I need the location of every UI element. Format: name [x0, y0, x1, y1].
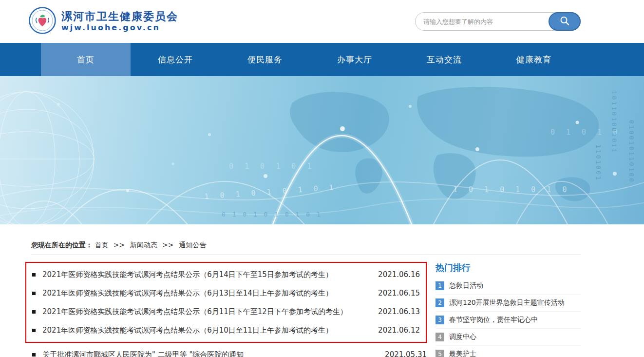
site-logo-text: 漯河市卫生健康委员会 wjw.luohe.gov.cn — [61, 10, 178, 33]
news-title[interactable]: 2021年医师资格实践技能考试漯河考点结果公示（6月11日下午至12日下午参加考… — [42, 307, 368, 317]
hero-banner: 1 0 1 0 1 0 1 0 1 0 1 0 1 0 1 1 0 1 0 1 … — [0, 76, 644, 224]
rank-badge: 5 — [436, 350, 444, 357]
hot-ranking-item[interactable]: 3 春节坚守岗位，责任牢记心中 — [436, 312, 581, 329]
news-title[interactable]: 2021年医师资格实践技能考试漯河考点结果公示（6月14日下午至15日参加考试的… — [42, 270, 368, 279]
main-content: 您现在所在的位置： 首页 >> 新闻动态 >> 通知公告 2021年医师资格实践… — [0, 241, 644, 357]
hot-ranking-panel: 热门排行 1 急救日活动 2 漯河120开展世界急救日主题宣传活动 3 春节坚守… — [436, 262, 581, 357]
news-title[interactable]: 2021年医师资格实践技能考试漯河考点结果公示（6月10日至11日上午参加考试的… — [42, 326, 368, 335]
breadcrumb-home[interactable]: 首页 — [95, 241, 108, 249]
breadcrumb: 您现在所在的位置： 首页 >> 新闻动态 >> 通知公告 — [31, 241, 581, 250]
bullet-icon — [32, 292, 36, 295]
news-title[interactable]: 关于批准漯河市郾城区人民医院为" 二级甲等 "综合医院的通知 — [42, 350, 375, 357]
search-icon — [559, 16, 570, 28]
page: 漯河市卫生健康委员会 wjw.luohe.gov.cn 首页 信息公开 便民服务… — [0, 0, 644, 357]
news-date: 2021.06.15 — [378, 289, 420, 298]
svg-text:0 1 0 1 0: 0 1 0 1 0 — [550, 128, 621, 137]
search-button[interactable] — [549, 12, 581, 31]
news-title[interactable]: 2021年医师资格实践技能考试漯河考点结果公示（6月13日至14日上午参加考试的… — [42, 289, 368, 298]
site-logo-icon — [28, 6, 57, 37]
news-date: 2021.06.16 — [378, 270, 420, 279]
breadcrumb-section[interactable]: 新闻动态 — [130, 241, 157, 249]
hot-ranking-label[interactable]: 调度中心 — [449, 333, 476, 341]
rank-badge: 4 — [436, 333, 444, 341]
nav-item-education[interactable]: 健康教育 — [489, 43, 579, 76]
hot-ranking-label[interactable]: 最美护士 — [449, 350, 476, 357]
content-divider — [31, 255, 581, 255]
nav-item-services[interactable]: 便民服务 — [220, 43, 310, 76]
svg-text:1 0 1 0 1 0 1 0: 1 0 1 0 1 0 1 0 — [453, 185, 570, 194]
news-item[interactable]: 2021年医师资格实践技能考试漯河考点结果公示（6月14日下午至15日参加考试的… — [31, 265, 420, 284]
site-url: wjw.luohe.gov.cn — [61, 23, 178, 33]
highlight-box: 2021年医师资格实践技能考试漯河考点结果公示（6月14日下午至15日参加考试的… — [25, 262, 427, 343]
site-name: 漯河市卫生健康委员会 — [61, 10, 178, 23]
hot-ranking-item[interactable]: 2 漯河120开展世界急救日主题宣传活动 — [436, 295, 581, 312]
breadcrumb-prefix: 您现在所在的位置： — [31, 241, 93, 249]
hot-ranking-label[interactable]: 急救日活动 — [449, 281, 483, 290]
site-header: 漯河市卫生健康委员会 wjw.luohe.gov.cn — [0, 0, 644, 43]
nav-item-interaction[interactable]: 互动交流 — [399, 43, 489, 76]
news-item[interactable]: 2021年医师资格实践技能考试漯河考点结果公示（6月13日至14日上午参加考试的… — [31, 284, 420, 302]
breadcrumb-current[interactable]: 通知公告 — [179, 241, 206, 249]
svg-text:101101001011: 101101001011 — [610, 91, 618, 154]
news-item[interactable]: 2021年医师资格实践技能考试漯河考点结果公示（6月10日至11日上午参加考试的… — [31, 321, 420, 339]
hot-ranking-label[interactable]: 漯河120开展世界急救日主题宣传活动 — [449, 298, 565, 307]
news-item[interactable]: 2021年医师资格实践技能考试漯河考点结果公示（6月11日下午至12日下午参加考… — [31, 302, 420, 321]
search-bar — [415, 12, 581, 31]
svg-text:0 1 0 1 0 1 0 1 0 1: 0 1 0 1 0 1 0 1 0 1 — [222, 211, 322, 218]
rank-badge: 3 — [436, 316, 444, 324]
breadcrumb-separator: >> — [114, 241, 125, 249]
hot-ranking-label[interactable]: 春节坚守岗位，责任牢记心中 — [449, 316, 538, 324]
main-nav: 首页 信息公开 便民服务 办事大厅 互动交流 健康教育 — [0, 43, 644, 76]
site-logo[interactable]: 漯河市卫生健康委员会 wjw.luohe.gov.cn — [28, 6, 178, 37]
news-item[interactable]: 关于批准漯河市郾城区人民医院为" 二级甲等 "综合医院的通知 2021.05.3… — [31, 345, 427, 357]
content-columns: 2021年医师资格实践技能考试漯河考点结果公示（6月14日下午至15日参加考试的… — [31, 262, 581, 357]
nav-item-home[interactable]: 首页 — [41, 43, 131, 76]
news-date: 2021.06.13 — [378, 307, 420, 316]
rank-badge: 1 — [436, 281, 444, 290]
hot-ranking-item[interactable]: 5 最美护士 — [436, 346, 581, 357]
svg-text:1101001: 1101001 — [595, 144, 602, 181]
hot-ranking-title: 热门排行 — [436, 262, 581, 274]
news-date: 2021.06.12 — [378, 326, 420, 335]
bullet-icon — [32, 329, 36, 332]
svg-text:010010110100: 010010110100 — [628, 120, 635, 183]
svg-text:1 0 1 0 1 0 1 0 1: 1 0 1 0 1 0 1 0 1 — [204, 183, 337, 201]
nav-item-hall[interactable]: 办事大厅 — [310, 43, 399, 76]
bullet-icon — [32, 273, 36, 277]
nav-item-info[interactable]: 信息公开 — [131, 43, 220, 76]
search-input[interactable] — [416, 13, 549, 30]
breadcrumb-separator: >> — [162, 241, 173, 249]
news-list: 2021年医师资格实践技能考试漯河考点结果公示（6月14日下午至15日参加考试的… — [31, 262, 427, 357]
banner-graphic: 1 0 1 0 1 0 1 0 1 0 1 0 1 0 1 1 0 1 0 1 … — [0, 76, 644, 224]
hot-ranking-item[interactable]: 4 调度中心 — [436, 329, 581, 346]
svg-text:0 1 0 1 0 1: 0 1 0 1 0 1 — [229, 162, 315, 171]
rank-badge: 2 — [436, 298, 444, 307]
hot-ranking-item[interactable]: 1 急救日活动 — [436, 278, 581, 295]
bullet-icon — [32, 353, 36, 357]
bullet-icon — [32, 310, 36, 314]
news-date: 2021.05.31 — [385, 350, 427, 357]
